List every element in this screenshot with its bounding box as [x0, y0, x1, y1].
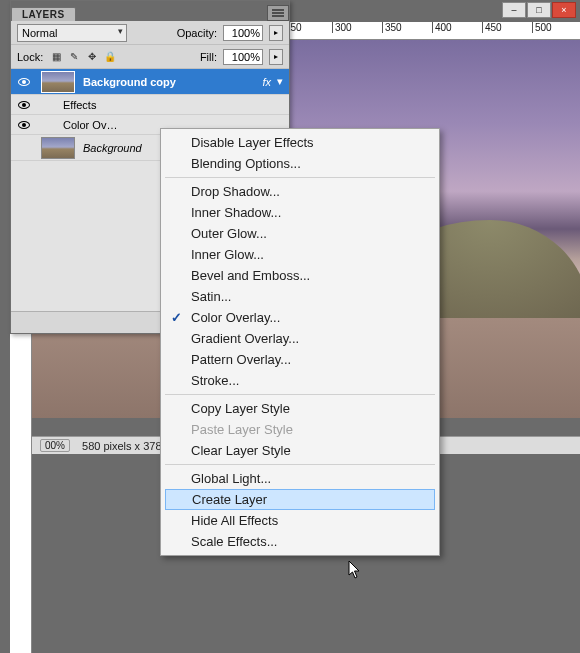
effect-name: Color Ov… [63, 119, 117, 131]
visibility-toggle[interactable] [11, 121, 37, 129]
lock-position-icon[interactable]: ✥ [85, 50, 99, 64]
menu-item[interactable]: Clear Layer Style [163, 440, 437, 461]
menu-item: Paste Layer Style [163, 419, 437, 440]
blend-mode-dropdown[interactable]: Normal [17, 24, 127, 42]
layer-name[interactable]: Background copy [79, 76, 256, 88]
opacity-input[interactable]: 100% [223, 25, 263, 41]
menu-item[interactable]: Pattern Overlay... [163, 349, 437, 370]
menu-separator [165, 394, 435, 395]
fill-label: Fill: [200, 51, 217, 63]
panel-flyout-menu-button[interactable] [267, 5, 289, 21]
eye-icon [18, 101, 30, 109]
menu-item[interactable]: Color Overlay... [163, 307, 437, 328]
fill-flyout-button[interactable]: ▸ [269, 49, 283, 65]
window-maximize-button[interactable]: □ [527, 2, 551, 18]
effects-label: Effects [63, 99, 96, 111]
layer-thumbnail[interactable] [41, 71, 75, 93]
collapse-effects-icon[interactable]: ▾ [277, 75, 289, 88]
menu-item[interactable]: Create Layer [165, 489, 435, 510]
lock-buttons: ▦ ✎ ✥ 🔒 [49, 50, 117, 64]
menu-separator [165, 177, 435, 178]
eye-icon [18, 78, 30, 86]
fx-indicator[interactable]: fx [256, 76, 277, 88]
menu-item[interactable]: Satin... [163, 286, 437, 307]
layer-row[interactable]: Background copy fx ▾ [11, 69, 289, 95]
window-close-button[interactable]: × [552, 2, 576, 18]
ruler-mark: 500 [532, 22, 580, 33]
opacity-flyout-button[interactable]: ▸ [269, 25, 283, 41]
menu-item[interactable]: Stroke... [163, 370, 437, 391]
menu-item[interactable]: Scale Effects... [163, 531, 437, 552]
layers-tab[interactable]: LAYERS [11, 7, 76, 21]
menu-item[interactable]: Blending Options... [163, 153, 437, 174]
zoom-readout[interactable]: 00% [40, 439, 70, 452]
menu-item[interactable]: Copy Layer Style [163, 398, 437, 419]
menu-item[interactable]: Gradient Overlay... [163, 328, 437, 349]
fill-input[interactable]: 100% [223, 49, 263, 65]
ruler-mark: 400 [432, 22, 482, 33]
menu-item[interactable]: Drop Shadow... [163, 181, 437, 202]
ruler-mark: 450 [482, 22, 532, 33]
ruler-mark: 350 [382, 22, 432, 33]
menu-item[interactable]: Bevel and Emboss... [163, 265, 437, 286]
lock-all-icon[interactable]: 🔒 [103, 50, 117, 64]
panel-tab-strip: LAYERS [11, 1, 289, 21]
visibility-toggle[interactable] [11, 78, 37, 86]
layer-thumbnail[interactable] [41, 137, 75, 159]
opacity-label: Opacity: [177, 27, 217, 39]
menu-icon [272, 9, 284, 17]
visibility-toggle[interactable] [11, 101, 37, 109]
lock-label: Lock: [17, 51, 43, 63]
window-minimize-button[interactable]: – [502, 2, 526, 18]
eye-icon [18, 121, 30, 129]
lock-pixels-icon[interactable]: ✎ [67, 50, 81, 64]
menu-separator [165, 464, 435, 465]
menu-item[interactable]: Disable Layer Effects [163, 132, 437, 153]
window-controls: – □ × [502, 2, 576, 18]
layer-style-context-menu[interactable]: Disable Layer EffectsBlending Options...… [160, 128, 440, 556]
menu-item[interactable]: Hide All Effects [163, 510, 437, 531]
menu-item[interactable]: Inner Shadow... [163, 202, 437, 223]
menu-item[interactable]: Outer Glow... [163, 223, 437, 244]
effects-group[interactable]: Effects [11, 95, 289, 115]
ruler-mark: 300 [332, 22, 382, 33]
menu-item[interactable]: Inner Glow... [163, 244, 437, 265]
menu-item[interactable]: Global Light... [163, 468, 437, 489]
lock-transparency-icon[interactable]: ▦ [49, 50, 63, 64]
